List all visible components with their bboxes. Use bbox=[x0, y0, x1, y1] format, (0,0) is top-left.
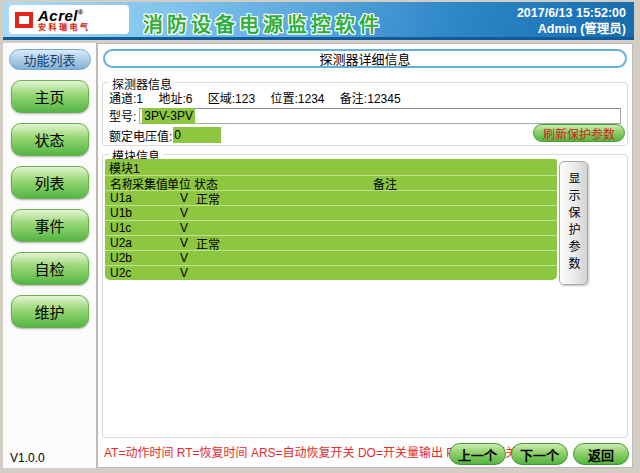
show-protection-params-button[interactable]: 显示保护参数 bbox=[559, 161, 588, 285]
model-row: 型号: 3PV-3PV bbox=[109, 107, 621, 124]
sidebar-header: 功能列表 bbox=[9, 49, 91, 70]
field-position: 位置:1234 bbox=[270, 92, 324, 106]
cell-name: U2b bbox=[105, 251, 132, 265]
col-header-value: 采集值 bbox=[132, 175, 167, 192]
col-header-note: 备注 bbox=[373, 175, 557, 192]
header-bar: Acrel® 安科瑞电气 消防设备电源监控软件 2017/6/13 15:52:… bbox=[3, 2, 634, 40]
cell-unit: V bbox=[167, 236, 194, 250]
field-address-value: 6 bbox=[186, 92, 193, 106]
field-position-value: 1234 bbox=[298, 92, 325, 106]
field-address-label: 地址: bbox=[158, 92, 185, 106]
version-label: V1.0.0 bbox=[10, 451, 45, 465]
footer-buttons: 上一个 下一个 返回 bbox=[449, 443, 629, 465]
sidebar-item-list[interactable]: 列表 bbox=[11, 166, 89, 199]
field-zone-label: 区域: bbox=[208, 92, 235, 106]
back-button[interactable]: 返回 bbox=[573, 443, 629, 465]
field-position-label: 位置: bbox=[270, 92, 297, 106]
col-header-name: 名称 bbox=[105, 175, 132, 192]
field-zone-value: 123 bbox=[235, 92, 255, 106]
table-row[interactable]: U2c V bbox=[105, 265, 557, 280]
field-note-value: 12345 bbox=[367, 92, 400, 106]
next-button[interactable]: 下一个 bbox=[511, 443, 568, 465]
sidebar: 功能列表 主页 状态 列表 事件 自检 维护 V1.0.0 bbox=[3, 43, 97, 468]
rated-voltage-row: 额定电压值: 0 bbox=[109, 127, 221, 143]
table-row[interactable]: U1b V bbox=[105, 205, 557, 220]
model-value-highlighted: 3PV-3PV bbox=[142, 108, 195, 124]
cell-name: U1c bbox=[105, 221, 132, 235]
model-input[interactable]: 3PV-3PV bbox=[139, 108, 621, 124]
acrel-logo: Acrel® 安科瑞电气 bbox=[9, 5, 129, 34]
field-channel-label: 通道: bbox=[109, 92, 136, 106]
table-row[interactable]: U1c V bbox=[105, 220, 557, 235]
sidebar-item-selftest[interactable]: 自检 bbox=[11, 252, 89, 285]
cell-unit: V bbox=[167, 251, 194, 265]
cell-name: U2a bbox=[105, 236, 132, 250]
sidebar-item-status[interactable]: 状态 bbox=[11, 123, 89, 156]
page-title: 探测器详细信息 bbox=[103, 49, 627, 68]
cell-unit: V bbox=[167, 221, 194, 235]
module-table-title: 模块1 bbox=[105, 159, 557, 175]
brand-name: Acrel® bbox=[38, 8, 91, 23]
model-label: 型号: bbox=[109, 107, 136, 124]
cell-unit: V bbox=[167, 266, 194, 280]
previous-button[interactable]: 上一个 bbox=[449, 443, 506, 465]
brand-subtitle: 安科瑞电气 bbox=[38, 24, 91, 32]
app-window: Acrel® 安科瑞电气 消防设备电源监控软件 2017/6/13 15:52:… bbox=[0, 0, 640, 473]
field-channel-value: 1 bbox=[136, 92, 143, 106]
rated-voltage-label: 额定电压值: bbox=[109, 127, 172, 144]
current-user-label: Admin (管理员) bbox=[517, 21, 626, 37]
cell-name: U1a bbox=[105, 191, 132, 205]
cell-name: U1b bbox=[105, 206, 132, 220]
module-table-header: 名称 采集值 单位 状态 备注 bbox=[105, 175, 557, 190]
field-note-label: 备注: bbox=[340, 92, 367, 106]
datetime-label: 2017/6/13 15:52:00 bbox=[517, 5, 626, 21]
cell-status: 正常 bbox=[194, 235, 373, 252]
field-address: 地址:6 bbox=[158, 92, 192, 106]
cell-name: U2c bbox=[105, 266, 132, 280]
field-note: 备注:12345 bbox=[340, 92, 401, 106]
cell-unit: V bbox=[167, 191, 194, 205]
header-right: 2017/6/13 15:52:00 Admin (管理员) bbox=[517, 5, 626, 37]
sidebar-item-home[interactable]: 主页 bbox=[11, 80, 89, 113]
refresh-protection-button[interactable]: 刷新保护参数 bbox=[533, 124, 625, 142]
rated-voltage-value[interactable]: 0 bbox=[173, 127, 221, 143]
sidebar-item-events[interactable]: 事件 bbox=[11, 209, 89, 242]
brand-registered-mark: ® bbox=[78, 9, 84, 16]
field-channel: 通道:1 bbox=[109, 92, 143, 106]
logo-text: Acrel® 安科瑞电气 bbox=[38, 8, 91, 32]
field-zone: 区域:123 bbox=[208, 92, 255, 106]
sidebar-item-maintenance[interactable]: 维护 bbox=[11, 295, 89, 328]
detector-info-group: 探测器信息 通道:1 地址:6 区域:123 位置:1234 备注:12345 … bbox=[102, 82, 628, 146]
cell-unit: V bbox=[167, 206, 194, 220]
module-table: 模块1 名称 采集值 单位 状态 备注 U1a V 正常 U1b bbox=[105, 159, 557, 280]
col-header-unit: 单位 bbox=[167, 175, 194, 192]
app-title: 消防设备电源监控软件 bbox=[143, 9, 383, 38]
table-row[interactable]: U1a V 正常 bbox=[105, 190, 557, 205]
acrel-logo-icon bbox=[14, 11, 34, 29]
brand-word: Acrel bbox=[38, 7, 78, 24]
cell-status: 正常 bbox=[194, 190, 373, 207]
detector-summary: 通道:1 地址:6 区域:123 位置:1234 备注:12345 bbox=[109, 89, 413, 106]
main-content: 探测器详细信息 探测器信息 通道:1 地址:6 区域:123 位置:1234 备… bbox=[97, 43, 633, 468]
table-row[interactable]: U2b V bbox=[105, 250, 557, 265]
module-info-group: 模块信息 模块1 名称 采集值 单位 状态 备注 U1a V 正常 bbox=[102, 154, 628, 438]
table-row[interactable]: U2a V 正常 bbox=[105, 235, 557, 250]
